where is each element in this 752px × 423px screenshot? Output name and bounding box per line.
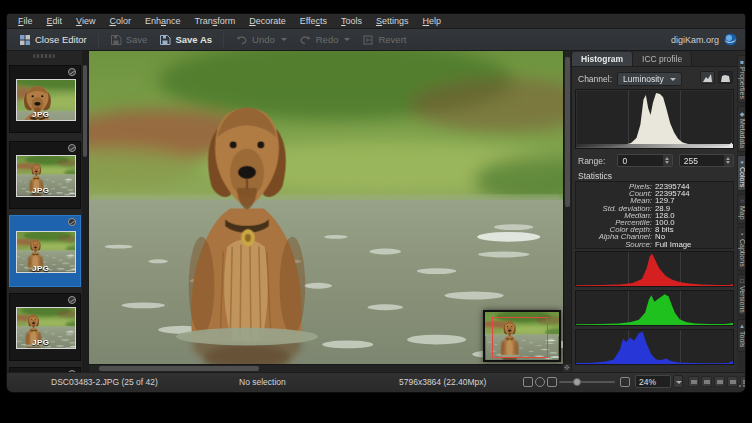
- tab-histogram[interactable]: Histogram: [572, 52, 633, 66]
- desktop: FileEditViewColorEnhanceTransformDecorat…: [0, 0, 752, 423]
- log-histogram-icon: [721, 74, 730, 82]
- zoom-slider-knob[interactable]: [573, 378, 581, 386]
- pan-corner-button[interactable]: ✥: [563, 364, 571, 372]
- menu-transform[interactable]: Transform: [187, 14, 242, 28]
- format-badge: JPG: [32, 264, 50, 273]
- histogram-panel: Histogram ICC profile Channel: Luminosit…: [571, 51, 737, 372]
- channel-select[interactable]: Luminosity: [617, 72, 682, 86]
- thumbnail-item[interactable]: JPG: [9, 65, 81, 133]
- revert-button[interactable]: Revert: [356, 32, 412, 48]
- main-histogram[interactable]: [575, 89, 734, 149]
- thumbbar-drag-handle[interactable]: [33, 54, 55, 58]
- panel-tabs: Histogram ICC profile: [572, 51, 737, 67]
- thumbbar-scrollbar[interactable]: [82, 51, 88, 372]
- indicator-button-1[interactable]: [688, 376, 699, 387]
- zoom-in-icon[interactable]: [620, 377, 630, 387]
- scrollbar-thumb[interactable]: [565, 57, 570, 207]
- save-as-button[interactable]: Save As: [153, 32, 218, 48]
- blue-channel-histogram: [575, 329, 734, 365]
- redo-dropdown-icon[interactable]: [344, 38, 350, 41]
- thumbnail-item-selected[interactable]: JPG: [9, 215, 81, 287]
- redo-button[interactable]: Redo: [293, 32, 357, 48]
- image-canvas: ✥: [89, 51, 571, 372]
- sidebar-tab-tools[interactable]: ▲Tools: [737, 319, 746, 351]
- colors-icon: ●: [739, 159, 745, 165]
- sidebar-tab-properties[interactable]: ■Properties: [737, 55, 746, 103]
- thumbnail-status-icon: [68, 218, 76, 226]
- sidebar-tab-metadata[interactable]: ◆Metadata: [737, 106, 746, 152]
- sidebar-tab-map[interactable]: ○Map: [737, 194, 746, 224]
- sidebar-tab-colors[interactable]: ●Colors: [737, 155, 746, 191]
- zoom-100-button[interactable]: [547, 377, 557, 387]
- menu-help[interactable]: Help: [416, 14, 449, 28]
- indicator-button-3[interactable]: [714, 376, 725, 387]
- status-filename: DSC03483-2.JPG (25 of 42): [51, 377, 158, 387]
- status-dimensions: 5796x3864 (22.40Mpx): [399, 377, 486, 387]
- red-channel-histogram: [575, 251, 734, 287]
- luminosity-histogram-plot: [576, 90, 733, 148]
- thumbnail-status-icon: [68, 296, 76, 304]
- zoom-fit-window-button[interactable]: [523, 377, 533, 387]
- scrollbar-thumb[interactable]: [99, 366, 259, 371]
- sidebar-tab-captions[interactable]: ▪Captions: [737, 227, 746, 271]
- close-editor-button[interactable]: Close Editor: [13, 32, 93, 48]
- tab-icc-profile[interactable]: ICC profile: [633, 52, 692, 66]
- channel-row: Channel: Luminosity: [578, 72, 682, 86]
- navigator-overlay[interactable]: [483, 310, 561, 362]
- spinner-arrows-icon[interactable]: [663, 155, 672, 166]
- range-min-input[interactable]: 0: [617, 154, 672, 167]
- redo-label: Redo: [316, 34, 339, 45]
- stat-row: Source:Full Image: [576, 241, 733, 248]
- zoom-percentage-input[interactable]: 24%: [635, 375, 671, 388]
- revert-label: Revert: [378, 34, 406, 45]
- close-editor-icon: [19, 34, 31, 46]
- menu-enhance[interactable]: Enhance: [138, 14, 188, 28]
- main-toolbar: Close Editor Save Save As Undo: [7, 29, 745, 51]
- thumbnail-item[interactable]: JPG: [9, 141, 81, 209]
- sidebar-tab-label: Metadata: [739, 119, 746, 148]
- status-selection: No selection: [239, 377, 286, 387]
- undo-label: Undo: [252, 34, 275, 45]
- scrollbar-thumb[interactable]: [83, 65, 87, 157]
- sidebar-tab-label: Captions: [739, 239, 746, 267]
- menu-edit[interactable]: Edit: [40, 14, 70, 28]
- thumbnail-item[interactable]: JPG: [9, 293, 81, 361]
- linear-scale-button[interactable]: [700, 71, 715, 84]
- channel-label: Channel:: [578, 74, 612, 84]
- green-channel-histogram: [575, 290, 734, 326]
- sidebar-tab-label: Colors: [739, 167, 746, 187]
- undo-icon: [235, 34, 248, 46]
- spinner-arrows-icon[interactable]: [724, 155, 733, 166]
- digikam-globe-icon: [724, 33, 737, 46]
- channel-value: Luminosity: [623, 74, 664, 84]
- menu-settings[interactable]: Settings: [369, 14, 416, 28]
- zoom-dropdown-button[interactable]: [673, 375, 683, 388]
- close-editor-label: Close Editor: [35, 34, 87, 45]
- canvas-horizontal-scrollbar[interactable]: [89, 364, 563, 372]
- menu-color[interactable]: Color: [102, 14, 138, 28]
- menu-view[interactable]: View: [69, 14, 102, 28]
- undo-button[interactable]: Undo: [229, 32, 293, 48]
- metadata-icon: ◆: [739, 110, 746, 117]
- indicator-button-2[interactable]: [701, 376, 712, 387]
- menu-decorate[interactable]: Decorate: [242, 14, 293, 28]
- sidebar-tab-versions[interactable]: □Versions: [737, 274, 746, 317]
- histogram-gradient-strip: [576, 144, 733, 148]
- menu-effects[interactable]: Effects: [293, 14, 334, 28]
- zoom-slider[interactable]: [559, 381, 615, 383]
- editor-main-area: JPG JPG JPG JPG: [7, 51, 746, 372]
- menu-tools[interactable]: Tools: [334, 14, 369, 28]
- menu-file[interactable]: File: [11, 14, 40, 28]
- range-max-value: 255: [684, 156, 698, 166]
- log-scale-button[interactable]: [718, 71, 733, 84]
- window-resize-grip[interactable]: [737, 381, 745, 389]
- navigator-view-rect[interactable]: [492, 317, 548, 358]
- properties-icon: ■: [739, 59, 745, 65]
- canvas-vertical-scrollbar[interactable]: [563, 51, 571, 364]
- undo-dropdown-icon[interactable]: [281, 38, 287, 41]
- blue-histogram-plot: [576, 330, 733, 364]
- zoom-fit-selection-button[interactable]: [535, 377, 545, 387]
- save-button[interactable]: Save: [104, 32, 154, 48]
- range-max-input[interactable]: 255: [679, 154, 734, 167]
- redo-icon: [299, 34, 312, 46]
